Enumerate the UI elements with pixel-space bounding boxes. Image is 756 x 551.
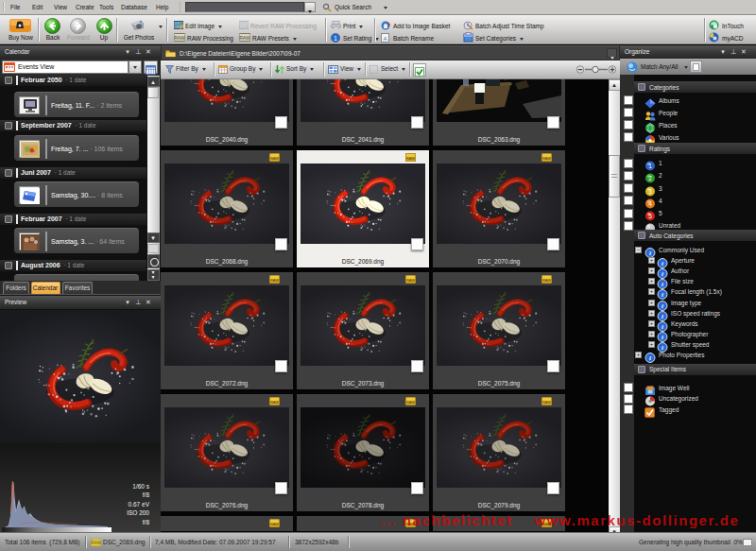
svg-text:RAW: RAW — [270, 156, 279, 161]
svg-text:RAW: RAW — [542, 278, 551, 283]
svg-text:3: 3 — [648, 188, 652, 195]
svg-text:A: A — [383, 36, 387, 42]
svg-text:RAW: RAW — [270, 400, 279, 405]
svg-text:RAW: RAW — [406, 156, 415, 161]
svg-text:RAW: RAW — [91, 541, 101, 545]
svg-text:RAW: RAW — [270, 278, 279, 283]
svg-text:RAW: RAW — [542, 400, 551, 405]
svg-text:RAW: RAW — [542, 156, 551, 161]
svg-text:1: 1 — [648, 163, 652, 169]
svg-text:1: 1 — [334, 35, 337, 42]
svg-text:i: i — [649, 355, 651, 363]
svg-text:4: 4 — [648, 200, 652, 207]
svg-text:i: i — [649, 250, 651, 257]
svg-text:2: 2 — [648, 175, 652, 181]
svg-text:i: i — [662, 344, 663, 352]
svg-text:RAW: RAW — [239, 35, 250, 41]
svg-text:RAW: RAW — [406, 400, 415, 405]
svg-text:RAW: RAW — [174, 35, 185, 41]
svg-text:RAW: RAW — [406, 278, 415, 283]
svg-text:RAW: RAW — [270, 522, 279, 526]
svg-text:5: 5 — [648, 213, 652, 219]
